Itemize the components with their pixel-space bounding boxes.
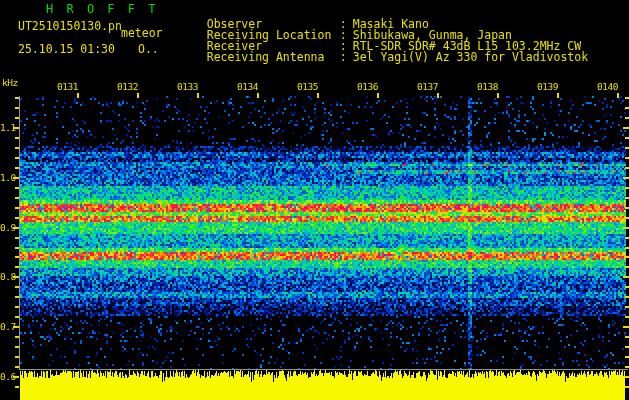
field-label: Receiving Antenna xyxy=(207,51,340,63)
time-label: 0132 xyxy=(117,81,138,92)
filename-label: UT2510150130.pn xyxy=(18,20,122,32)
echo-counter: O.. xyxy=(138,43,159,55)
frequency-label: 0.8 xyxy=(0,271,16,282)
field-separator: : xyxy=(340,51,353,63)
time-label: 0135 xyxy=(297,81,318,92)
datetime-label: 25.10.15 01:30 xyxy=(18,43,115,55)
time-label: 0139 xyxy=(537,81,558,92)
frequency-unit-label: kHz xyxy=(2,77,18,88)
frequency-label: 1.0 xyxy=(0,172,16,183)
frequency-label: 1.1 xyxy=(0,122,16,133)
time-label: 0131 xyxy=(57,81,78,92)
time-label: 0140 xyxy=(597,81,618,92)
time-label: 0138 xyxy=(477,81,498,92)
app-title: H R O F F T xyxy=(46,3,158,15)
hrofft-screen: H R O F F T UT2510150130.pn meteor 25.10… xyxy=(0,0,629,400)
time-label: 0133 xyxy=(177,81,198,92)
observatory-label: meteor xyxy=(121,27,163,39)
frequency-label: 0.6 xyxy=(0,371,16,382)
frequency-label: 0.7 xyxy=(0,321,16,332)
field-value: 3el Yagi(V) Az 330 for Vladivostok xyxy=(353,50,588,64)
time-label: 0134 xyxy=(237,81,258,92)
frequency-label: 0.9 xyxy=(0,222,16,233)
time-label: 0137 xyxy=(417,81,438,92)
time-label: 0136 xyxy=(357,81,378,92)
header-field-antenna: Receiving Antenna:3el Yagi(V) Az 330 for… xyxy=(179,39,588,75)
